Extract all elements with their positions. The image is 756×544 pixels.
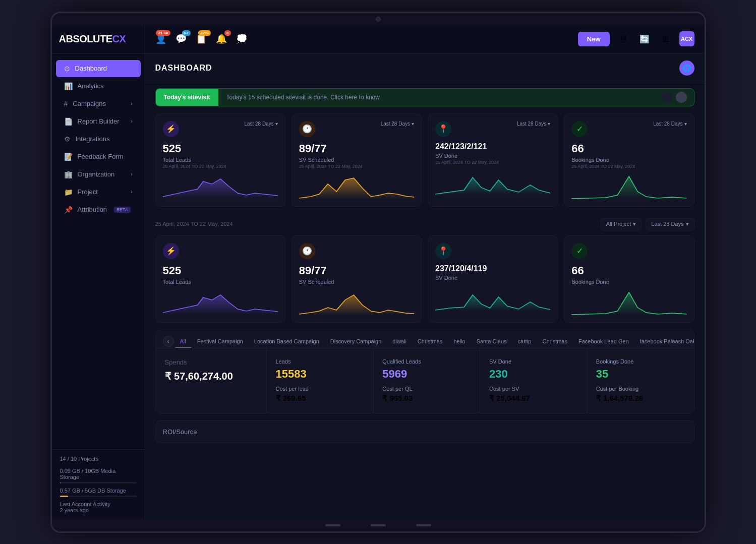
tab-discovery[interactable]: Discovery Campaign (325, 335, 386, 348)
new-button[interactable]: New (578, 32, 610, 46)
ql-value: 5969 (382, 368, 471, 381)
report-icon: 📄 (64, 117, 73, 126)
cost-per-booking-value: ₹ 1,64,579.26 (596, 394, 685, 403)
stat-dropdown-4[interactable]: Last 28 Days ▾ (653, 121, 686, 127)
avatar[interactable]: ACX (679, 31, 694, 46)
tab-location-based[interactable]: Location Based Campaign (249, 335, 324, 348)
stat-dropdown-2[interactable]: Last 28 Days ▾ (381, 121, 414, 127)
monitor-icon[interactable]: 🖥 (616, 31, 631, 46)
tab-christmas-1[interactable]: Christmas (413, 335, 448, 348)
db-storage-bar (60, 496, 137, 497)
project-icon: 📁 (64, 188, 73, 196)
attribution-icon: 📌 (64, 206, 73, 214)
beta-badge: BETA (114, 207, 131, 213)
main-content: DASHBOARD 🌐 Today's sitevisit Today's 15… (145, 53, 705, 519)
stat-card-sv-scheduled-2: 🕐 89/77 SV Scheduled (292, 235, 422, 323)
dashboard-icon: ⊙ (64, 65, 70, 73)
tab-prev-button[interactable]: ‹ (163, 336, 174, 347)
sidebar-item-feedback-form[interactable]: 📝 Feedback Form (56, 148, 141, 165)
bookings-icon-2: ✓ (571, 243, 588, 259)
globe-button[interactable]: 🌐 (679, 61, 694, 76)
total-leads-label-2: Total Leads (163, 279, 278, 285)
sv-prev-dot[interactable] (662, 92, 673, 103)
user-badge: 21.6k (156, 30, 170, 36)
chat-icon-wrap[interactable]: 💬 67 (176, 33, 187, 44)
top-stats-section: ⚡ Last 28 Days ▾ 525 Total Leads 25 Apri… (145, 113, 705, 323)
sv-done-label-2: SV Done (435, 275, 550, 281)
stat-card-sv-done-2: 📍 237/120/4/119 SV Done (428, 235, 558, 323)
cost-per-lead-value: ₹ 369.65 (276, 394, 364, 403)
sidebar-item-label: Campaigns (73, 100, 106, 107)
period-filter[interactable]: Last 28 Days ▾ (646, 218, 694, 230)
project-filter[interactable]: All Project ▾ (601, 218, 642, 230)
topbar: 👤 21.6k 💬 67 📋 47% 🔔 8 (145, 25, 705, 53)
stat-card-total-leads: ⚡ Last 28 Days ▾ 525 Total Leads 25 Apri… (155, 113, 285, 207)
tab-facebook-palaash[interactable]: facebook Palaash Oak (635, 335, 694, 348)
db-storage-fill (60, 496, 69, 497)
sidebar-nav: ⊙ Dashboard 📊 Analytics # Campaigns › 📄 … (52, 53, 145, 449)
media-storage-fill (60, 482, 61, 483)
org-icon: 🏢 (64, 170, 73, 178)
stat-dropdown-1[interactable]: Last 28 Days ▾ (244, 121, 277, 127)
device-camera (376, 17, 381, 22)
message-icon-wrap[interactable]: 💭 (236, 33, 247, 44)
bookings-icon: ✓ (571, 121, 588, 137)
db-storage-label: 0.57 GB / 5GB DB Storage (60, 488, 137, 494)
sidebar-item-organization[interactable]: 🏢 Organization › (56, 166, 141, 183)
bookings-label: Bookings Done (571, 157, 686, 163)
chevron-right-icon: › (131, 171, 132, 177)
tab-all[interactable]: All (175, 335, 191, 348)
sitevisit-banner[interactable]: Today's sitevisit Today's 15 scheduled s… (155, 88, 694, 106)
total-leads-date: 25 April, 2024 TO 22 May, 2024 (163, 164, 278, 169)
tab-hello[interactable]: hello (448, 335, 470, 348)
tab-camp[interactable]: camp (513, 335, 537, 348)
cost-per-sv-value: ₹ 25,044.67 (489, 394, 577, 403)
tab-diwali[interactable]: diwali (387, 335, 412, 348)
sv-done-value-2: 237/120/4/119 (435, 264, 550, 273)
sidebar-item-attribution[interactable]: 📌 Attribution BETA (56, 201, 141, 218)
sv-next-dot[interactable] (676, 92, 687, 103)
tab-christmas-2[interactable]: Christmas (537, 335, 572, 348)
sv-scheduled-value-2: 89/77 (299, 264, 414, 277)
bookings-date: 25 April, 2024 TO 22 May, 2024 (571, 164, 686, 169)
cost-per-sv-label: Cost per SV (489, 386, 577, 392)
tab-festival-campaign[interactable]: Festival Campaign (192, 335, 248, 348)
spends-value: ₹ 57,60,274.00 (165, 370, 257, 382)
sidebar-item-campaigns[interactable]: # Campaigns › (56, 95, 141, 112)
sidebar-item-label: Project (78, 188, 98, 196)
tab-santa-claus[interactable]: Santa Claus (472, 335, 512, 348)
integrations-icon: ⚙ (64, 135, 71, 143)
user-icon-wrap[interactable]: 👤 21.6k (155, 33, 166, 44)
sidebar-item-label: Report Builder (78, 117, 120, 125)
campaign-stats-grid: Spends ₹ 57,60,274.00 Leads 15583 Cost p… (156, 348, 694, 413)
sv-done-chart-2 (435, 286, 550, 311)
topbar-icons: 👤 21.6k 💬 67 📋 47% 🔔 8 (155, 33, 578, 44)
sidebar-item-dashboard[interactable]: ⊙ Dashboard (56, 60, 141, 77)
cost-per-booking-label: Cost per Booking (596, 386, 685, 392)
sidebar-item-report-builder[interactable]: 📄 Report Builder › (56, 113, 141, 130)
section-controls: All Project ▾ Last 28 Days ▾ (601, 218, 694, 230)
inbox-icon-wrap[interactable]: 📋 47% (196, 33, 207, 44)
sidebar-item-integrations[interactable]: ⚙ Integrations (56, 131, 141, 148)
sidebar-item-analytics[interactable]: 📊 Analytics (56, 78, 141, 95)
sidebar-item-project[interactable]: 📁 Project › (56, 184, 141, 201)
total-leads-icon: ⚡ (163, 121, 179, 137)
sidebar-item-label: Integrations (76, 135, 110, 143)
sv-done-value-c: 230 (489, 368, 577, 381)
bell-icon-wrap[interactable]: 🔔 8 (216, 33, 227, 44)
refresh-icon[interactable]: 🔄 (637, 31, 652, 46)
campaign-sv-col: SV Done 230 Cost per SV ₹ 25,044.67 (480, 348, 587, 413)
stat-dropdown-3[interactable]: Last 28 Days ▾ (517, 121, 550, 127)
roi-section: ROI/Source (155, 420, 694, 443)
tab-facebook-lead-gen[interactable]: Facebook Lead Gen (573, 335, 634, 348)
media-storage-bar (60, 482, 137, 483)
bell-badge: 8 (224, 30, 230, 36)
topbar-right: New 🖥 🔄 ⊞ ACX (578, 31, 694, 46)
grid-icon[interactable]: ⊞ (658, 31, 673, 46)
chevron-right-icon: › (131, 101, 132, 106)
campaign-tabs: ‹ All Festival Campaign Location Based C… (156, 330, 694, 348)
inbox-badge: 47% (198, 30, 210, 36)
sidebar-item-label: Feedback Form (78, 153, 124, 160)
message-icon: 💭 (236, 34, 247, 44)
sv-scheduled-chart (299, 174, 414, 199)
